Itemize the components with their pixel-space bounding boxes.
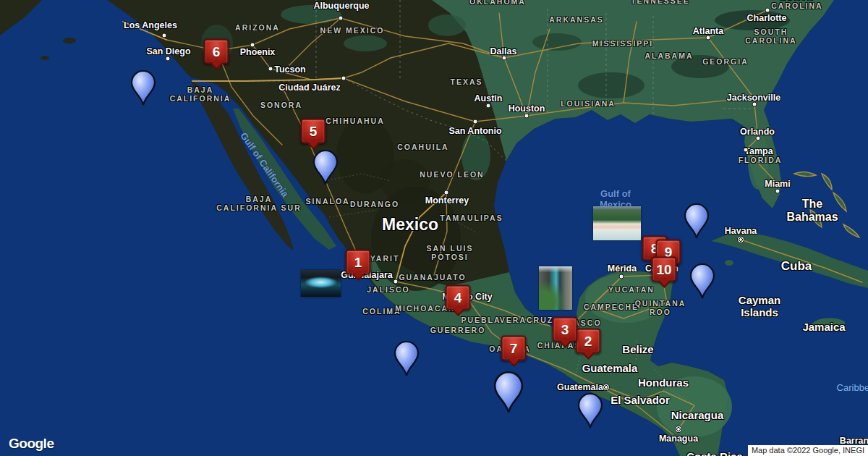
map-label-monterrey: Monterrey: [425, 195, 469, 206]
city-dot: [341, 76, 346, 81]
map-label-baja-california-sur: BAJA CALIFORNIA SUR: [216, 195, 301, 213]
capital-dot: [737, 236, 744, 243]
map-label-chiapas: CHIAPAS: [537, 342, 581, 350]
city-dot: [775, 189, 780, 194]
map-label-oklahoma: OKLAHOMA: [469, 0, 526, 7]
map-label-arizona: ARIZONA: [235, 24, 280, 33]
map-label-cuba: Cuba: [781, 259, 812, 273]
map-label-arkansas: ARKANSAS: [549, 16, 604, 25]
city-dot: [250, 43, 255, 48]
map-label-miami: Miami: [765, 179, 790, 189]
map-label-yucatan: YUCATAN: [608, 286, 655, 295]
map-label-houston: Houston: [509, 104, 545, 114]
blue-pin-5[interactable]: [576, 393, 604, 429]
red-marker-2[interactable]: 2: [576, 329, 601, 354]
blue-pin-1[interactable]: [129, 70, 157, 106]
balloon-pin-icon: [689, 263, 716, 300]
map-label-m-rida: Mérida: [608, 263, 637, 274]
map-label-costa-rica: Costa Rica: [686, 451, 743, 456]
map-label-san-antonio: San Antonio: [448, 126, 501, 136]
map-label-new-mexico: NEW MEXICO: [320, 27, 385, 35]
map-label-florida: FLORIDA: [739, 156, 783, 165]
city-dot: [166, 56, 171, 62]
map-label-the-bahamas: The Bahamas: [786, 198, 838, 224]
beach-photo[interactable]: [593, 206, 641, 240]
capital-dot: [603, 384, 610, 391]
map-label-tamaulipas: TAMAULIPAS: [440, 214, 503, 223]
red-marker-1[interactable]: 1: [346, 250, 371, 275]
map-attribution: Map data ©2022 Google, INEGI: [748, 445, 868, 456]
city-dot: [268, 67, 273, 72]
city-dot: [393, 279, 399, 284]
map-label-havana: Havana: [725, 226, 757, 236]
city-dot: [339, 16, 344, 21]
google-logo[interactable]: Google: [9, 436, 54, 452]
map-label-albuquerque: Albuquerque: [313, 1, 369, 11]
map-label-texas: TEXAS: [450, 78, 482, 87]
city-dot: [473, 119, 478, 124]
map-label-honduras: Honduras: [638, 377, 689, 389]
map-label-alabama: ALABAMA: [644, 52, 693, 61]
map-label-cayman-islands: Cayman Islands: [739, 295, 780, 319]
cenote-photo[interactable]: [301, 270, 341, 297]
city-dot: [756, 136, 761, 141]
blue-pin-2[interactable]: [312, 150, 339, 186]
city-dot: [444, 190, 449, 195]
map-label-belize: Belize: [622, 344, 653, 356]
map-label-tucson: Tucson: [274, 64, 306, 75]
map-canvas[interactable]: Los AngelesSan DiegoPhoenixTucsonCiudad …: [0, 0, 868, 456]
map-label-san-luis-potosi: SAN LUIS POTOSI: [426, 245, 473, 262]
map-label-gulf-of-california: Gulf of California: [238, 131, 290, 200]
map-label-phoenix: Phoenix: [240, 47, 276, 57]
map-label-charlotte: Charlotte: [747, 13, 787, 23]
map-label-louisiana: LOUISIANA: [561, 100, 616, 109]
map-label-barran: Barran: [840, 436, 868, 446]
map-label-el-salvador: El Salvador: [610, 394, 670, 407]
map-label-nicaragua: Nicaragua: [671, 410, 724, 422]
balloon-pin-icon: [393, 341, 420, 377]
map-label-mississippi: MISSISSIPPI: [592, 40, 653, 48]
balloon-pin-icon: [493, 371, 525, 414]
city-dot: [502, 56, 507, 61]
map-label-campeche: CAMPECHE: [584, 303, 639, 312]
city-dot: [619, 274, 624, 279]
map-label-south-carolina: SOUTH CAROLINA: [745, 28, 796, 46]
city-dot: [765, 8, 770, 13]
map-label-georgia: GEORGIA: [702, 58, 749, 67]
blue-pin-6[interactable]: [683, 203, 710, 240]
map-label-jalisco: JALISCO: [367, 286, 410, 295]
red-marker-7[interactable]: 7: [501, 336, 527, 361]
map-label-managua: Managua: [659, 434, 698, 444]
map-label-north-carolina: NORTH CAROLINA: [771, 0, 822, 11]
red-marker-5[interactable]: 5: [301, 119, 326, 144]
map-label-mexico: Mexico: [382, 216, 438, 235]
balloon-pin-icon: [312, 150, 339, 186]
blue-pin-7[interactable]: [689, 263, 716, 300]
map-label-veracruz: VERACRUZ: [500, 316, 553, 325]
map-label-jamaica: Jamaica: [802, 321, 845, 334]
map-label-tennessee: TENNESSEE: [631, 0, 690, 6]
map-label-baja-california: BAJA CALIFORNIA: [170, 86, 231, 104]
blue-pin-4[interactable]: [495, 378, 522, 414]
red-marker-6[interactable]: 6: [204, 39, 229, 64]
red-marker-10[interactable]: 10: [652, 257, 677, 282]
city-dot: [524, 114, 529, 119]
map-label-nuevo-leon: NUEVO LEON: [420, 171, 484, 180]
city-dot: [486, 104, 491, 109]
canyon-photo[interactable]: [539, 266, 572, 310]
red-marker-3[interactable]: 3: [553, 317, 578, 342]
map-label-guerrero: GUERRERO: [430, 326, 486, 335]
map-label-colima: COLIMA: [362, 308, 401, 316]
map-label-caribbea: Caribbea: [837, 383, 868, 394]
blue-pin-3[interactable]: [393, 341, 420, 377]
red-marker-4[interactable]: 4: [446, 285, 471, 311]
map-label-ciudad-ju-rez: Ciudad Juárez: [278, 83, 340, 93]
city-dot: [162, 33, 167, 38]
map-label-chihuahua: CHIHUAHUA: [326, 117, 385, 126]
map-label-coahuila: COAHUILA: [397, 143, 448, 152]
map-label-sonora: SONORA: [260, 101, 302, 110]
capital-dot: [675, 426, 682, 433]
map-label-san-diego: San Diego: [146, 46, 190, 56]
map-label-sinaloa: SINALOA: [305, 198, 349, 206]
city-dot: [752, 102, 757, 107]
